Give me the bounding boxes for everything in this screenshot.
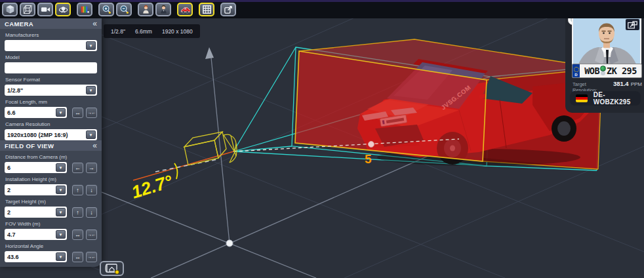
installation-height-increase-button[interactable]: ↓ bbox=[86, 185, 97, 195]
collapse-section-icon[interactable]: « bbox=[92, 20, 97, 27]
plate-eu-band: D bbox=[573, 64, 580, 77]
car-button[interactable] bbox=[177, 3, 193, 16]
focal-length-decrease-button[interactable]: ↔ bbox=[72, 108, 83, 118]
window-top-strip bbox=[0, 0, 644, 2]
expand-icon bbox=[628, 21, 637, 29]
focal-length-value: 6.6 bbox=[5, 109, 56, 116]
man-button[interactable] bbox=[155, 3, 171, 16]
zoom-out-icon bbox=[119, 5, 129, 14]
color-depth-icon bbox=[80, 5, 90, 14]
focal-length-combobox[interactable]: 6.6▼ bbox=[5, 107, 67, 118]
installation-height-decrease-button[interactable]: ↑ bbox=[72, 185, 83, 195]
horizontal-angle-dropdown-button[interactable]: ▼ bbox=[56, 252, 66, 261]
focal-length-increase-button[interactable]: →← bbox=[86, 108, 97, 118]
sensor-format-combobox[interactable]: 1/2.8"▼ bbox=[5, 85, 97, 96]
focal-length-dropdown-button[interactable]: ▼ bbox=[56, 108, 66, 117]
distance-from-camera-dropdown-button[interactable]: ▼ bbox=[56, 163, 66, 172]
installation-height-dropdown-button[interactable]: ▼ bbox=[56, 186, 66, 194]
target-height-decrease-button[interactable]: ↑ bbox=[72, 207, 83, 218]
distance-from-camera-combobox[interactable]: 6▼ bbox=[5, 162, 67, 173]
fov-width-dropdown-button[interactable]: ▼ bbox=[56, 230, 66, 239]
sensor-format-label: Sensor Format bbox=[5, 77, 97, 83]
zoom-out-button[interactable] bbox=[116, 3, 132, 16]
distance-from-camera-spin-buttons: ←→ bbox=[72, 163, 97, 173]
solid-cube-button[interactable] bbox=[2, 3, 18, 16]
camera-3d-view-button[interactable] bbox=[55, 3, 71, 16]
camera-resolution-combobox[interactable]: 1920x1080 (2MP 16:9)▼ bbox=[5, 129, 97, 140]
field-model: Model bbox=[5, 54, 97, 73]
section-header-field-of-view[interactable]: FIELD OF VIEW« bbox=[0, 140, 102, 151]
video-camera-button[interactable] bbox=[37, 3, 53, 16]
section-title: FIELD OF VIEW bbox=[5, 142, 54, 149]
zoom-in-icon bbox=[102, 5, 111, 14]
man-icon bbox=[159, 5, 169, 14]
section-header-camera[interactable]: CAMERA« bbox=[0, 18, 102, 29]
manufacturers-label: Manufacturers bbox=[5, 32, 97, 38]
installation-height-value: 2 bbox=[5, 187, 56, 193]
camera-resolution-value: 1920x1080 (2MP 16:9) bbox=[5, 132, 86, 138]
target-height-label: Target Height (m) bbox=[5, 199, 97, 205]
video-camera-icon bbox=[41, 5, 50, 14]
export-icon bbox=[224, 5, 233, 14]
horizontal-angle-value: 43.6 bbox=[5, 254, 56, 260]
woman-button[interactable] bbox=[138, 3, 153, 16]
optical-axis-line bbox=[133, 151, 233, 180]
target-height-value: 2 bbox=[5, 209, 56, 216]
fov-width-decrease-button[interactable]: ↔ bbox=[72, 229, 83, 240]
horizontal-angle-label: Horizontal Angle bbox=[5, 243, 97, 249]
main-toolbar bbox=[2, 3, 236, 16]
horizontal-angle-increase-button[interactable]: →← bbox=[86, 252, 97, 262]
target-height-dropdown-button[interactable]: ▼ bbox=[56, 208, 66, 216]
export-button[interactable] bbox=[220, 3, 236, 16]
grid-button[interactable] bbox=[199, 3, 214, 16]
plate-id-bar: DE-WOBZK295 bbox=[570, 91, 641, 106]
target-height-increase-button[interactable]: ↓ bbox=[86, 207, 97, 218]
installation-height-label: Installation Height (m) bbox=[5, 176, 97, 182]
distance-from-camera-value: 6 bbox=[5, 165, 56, 171]
field-target-height: Target Height (m)2▼↑↓ bbox=[5, 199, 97, 218]
floor-plan-button[interactable] bbox=[100, 261, 124, 276]
distance-marker-dot[interactable] bbox=[369, 142, 374, 148]
origin-handle[interactable] bbox=[226, 240, 233, 247]
manufacturers-combobox[interactable]: ▼ bbox=[5, 40, 97, 51]
camera-resolution-dropdown-button[interactable]: ▼ bbox=[86, 130, 96, 139]
wireframe-cube-icon bbox=[23, 5, 33, 14]
sensor-format-value: 1/2.8" bbox=[5, 87, 86, 94]
camera-summary-tooltip: 1/2.8" 6.6mm 1920 x 1080 bbox=[104, 24, 200, 38]
horizontal-angle-decrease-button[interactable]: ↔ bbox=[72, 252, 83, 262]
horizontal-reference-line bbox=[155, 159, 218, 172]
tooltip-sensor-format: 1/2.8" bbox=[111, 28, 125, 35]
grid-icon bbox=[202, 5, 212, 14]
field-horizontal-angle: Horizontal Angle43.6▼↔→← bbox=[5, 243, 97, 262]
wireframe-cube-button[interactable] bbox=[20, 3, 35, 16]
woman-icon bbox=[141, 5, 151, 14]
settings-sidebar: CAMERA«Manufacturers▼ModelSensor Format1… bbox=[0, 18, 102, 267]
model-input[interactable] bbox=[5, 62, 97, 73]
distance-from-camera-decrease-button[interactable]: ← bbox=[72, 163, 83, 173]
fov-width-increase-button[interactable]: →← bbox=[86, 229, 97, 240]
installation-height-combobox[interactable]: 2▼ bbox=[5, 184, 67, 195]
color-depth-button[interactable] bbox=[77, 3, 92, 16]
horizontal-angle-combobox[interactable]: 43.6▼ bbox=[5, 251, 67, 262]
license-plate-preview: D WOB ZK 295 bbox=[572, 64, 642, 78]
distance-marker-label: 5 bbox=[365, 152, 372, 166]
zoom-in-button[interactable] bbox=[98, 3, 114, 16]
camera-resolution-label: Camera Resolution bbox=[5, 121, 97, 127]
field-distance-from-camera: Distance from Camera (m)6▼←→ bbox=[5, 154, 97, 173]
manufacturers-dropdown-button[interactable]: ▼ bbox=[86, 41, 96, 50]
camera-model[interactable] bbox=[184, 132, 237, 165]
collapse-section-icon[interactable]: « bbox=[92, 142, 97, 149]
distance-from-camera-increase-button[interactable]: → bbox=[86, 163, 97, 173]
field-manufacturers: Manufacturers▼ bbox=[5, 32, 97, 51]
focal-length-spin-buttons: ↔→← bbox=[72, 108, 97, 118]
sensor-format-dropdown-button[interactable]: ▼ bbox=[86, 86, 96, 94]
model-label: Model bbox=[5, 54, 97, 60]
fov-width-combobox[interactable]: 4.7▼ bbox=[5, 229, 67, 240]
target-height-combobox[interactable]: 2▼ bbox=[5, 207, 67, 218]
target-height-spin-buttons: ↑↓ bbox=[72, 207, 97, 218]
focal-length-label: Focal Length, mm bbox=[5, 99, 97, 105]
target-resolution-unit: PPM bbox=[631, 81, 642, 87]
field-installation-height: Installation Height (m)2▼↑↓ bbox=[5, 176, 97, 195]
plate-country-code: D bbox=[574, 73, 577, 77]
expand-preview-button[interactable] bbox=[626, 19, 639, 30]
